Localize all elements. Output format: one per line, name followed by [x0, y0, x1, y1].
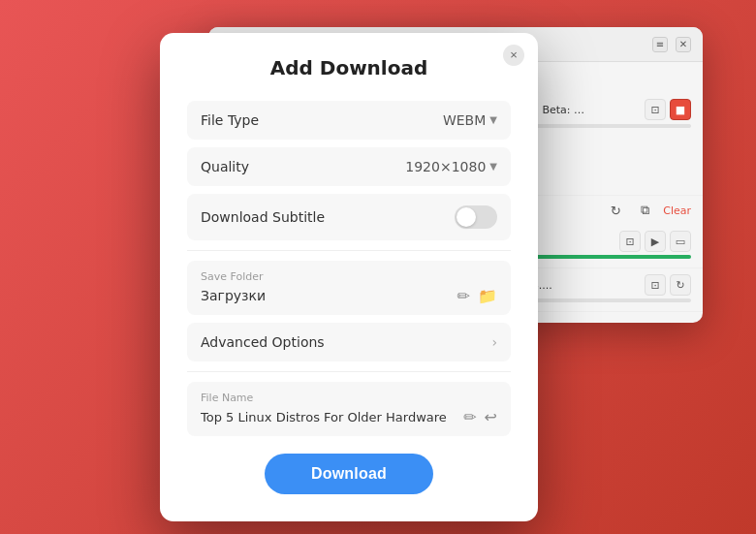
filename-actions: ✏ ↩ — [463, 408, 497, 426]
filename-value: Top 5 Linux Distros For Older Hardware — [201, 410, 463, 424]
subtitle-row: Download Subtitle — [187, 194, 511, 240]
save-folder-section: Save Folder Загрузки ✏ 📁 — [187, 261, 511, 315]
file-type-value-group: WEBM ▼ — [443, 112, 497, 128]
modal-title: Add Download — [187, 56, 511, 79]
divider-2 — [187, 371, 511, 372]
copy-icon[interactable]: ⧉ — [634, 200, 655, 221]
file-type-chevron-icon: ▼ — [489, 114, 497, 125]
reset-filename-icon[interactable]: ↩ — [485, 408, 497, 426]
screenshot-btn-1[interactable]: ⊡ — [645, 99, 666, 120]
save-folder-row: Загрузки ✏ 📁 — [201, 287, 497, 305]
modal-close-button[interactable]: × — [503, 45, 524, 66]
stop-btn-1[interactable]: ■ — [670, 99, 691, 120]
advanced-options-label: Advanced Options — [201, 334, 325, 350]
advanced-options-chevron-icon: › — [491, 334, 497, 350]
file-type-value: WEBM — [443, 112, 486, 128]
add-download-modal: × Add Download File Type WEBM ▼ Quality … — [160, 33, 538, 521]
save-folder-value: Загрузки — [201, 288, 266, 303]
divider-1 — [187, 250, 511, 251]
save-folder-actions: ✏ 📁 — [457, 287, 497, 305]
filename-section: File Name Top 5 Linux Distros For Older … — [187, 382, 511, 436]
window-controls: ≡ ✕ — [652, 37, 691, 52]
folder-btn-2[interactable]: ▭ — [670, 231, 691, 252]
subtitle-label: Download Subtitle — [201, 209, 325, 225]
quality-row[interactable]: Quality 1920×1080 ▼ — [187, 147, 511, 186]
file-type-label: File Type — [201, 112, 259, 128]
screenshot-btn-2[interactable]: ⊡ — [619, 231, 641, 252]
file-type-row[interactable]: File Type WEBM ▼ — [187, 101, 511, 140]
edit-filename-icon[interactable]: ✏ — [463, 408, 476, 426]
quality-value: 1920×1080 — [405, 159, 486, 174]
screenshot-btn-3[interactable]: ⊡ — [645, 274, 666, 296]
toggle-knob — [457, 207, 476, 227]
save-folder-label: Save Folder — [201, 270, 497, 283]
download-controls-2: ⊡ ▶ ▭ — [619, 231, 691, 252]
edit-folder-icon[interactable]: ✏ — [457, 287, 470, 305]
quality-label: Quality — [201, 159, 249, 174]
filename-label: File Name — [201, 392, 497, 404]
advanced-options-row[interactable]: Advanced Options › — [187, 323, 511, 361]
refresh-btn-3[interactable]: ↻ — [670, 274, 691, 296]
refresh-icon[interactable]: ↻ — [605, 200, 626, 221]
download-button[interactable]: Download — [265, 454, 433, 494]
browse-folder-icon[interactable]: 📁 — [478, 287, 497, 305]
play-btn-2[interactable]: ▶ — [645, 231, 666, 252]
download-controls-3: ⊡ ↻ — [645, 274, 691, 296]
quality-value-group: 1920×1080 ▼ — [405, 159, 497, 174]
close-button[interactable]: ✕ — [676, 37, 691, 52]
subtitle-toggle[interactable] — [455, 205, 497, 229]
quality-chevron-icon: ▼ — [489, 161, 497, 172]
clear-button[interactable]: Clear — [663, 204, 691, 217]
filename-row: Top 5 Linux Distros For Older Hardware ✏… — [201, 408, 497, 426]
download-controls-1: ⊡ ■ — [645, 99, 691, 120]
menu-button[interactable]: ≡ — [652, 37, 668, 52]
